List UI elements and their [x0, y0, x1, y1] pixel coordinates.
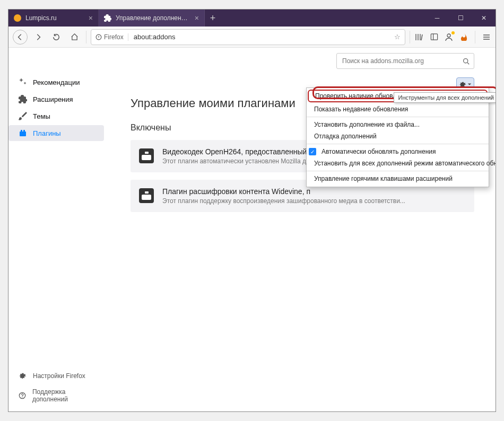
- tab-lumpics[interactable]: Lumpics.ru ×: [8, 10, 99, 27]
- library-icon[interactable]: [414, 32, 424, 42]
- plugin-icon: [18, 128, 28, 138]
- svg-rect-1: [431, 34, 437, 40]
- sidebar: Рекомендации Расширения Темы Плагины: [8, 48, 104, 411]
- gear-icon: [18, 371, 28, 381]
- nav-bar: Firefox ☆: [8, 27, 496, 48]
- sidebar-item-label: Поддержка дополнений: [32, 388, 99, 403]
- main-pane: Управление моими плагинами Включены Виде…: [104, 48, 496, 411]
- sidebar-item-extensions[interactable]: Расширения: [8, 91, 104, 107]
- svg-point-2: [447, 34, 450, 37]
- gear-tooltip: Инструменты для всех дополнений: [394, 92, 496, 103]
- menu-item-set-auto-all[interactable]: Установить для всех дополнений режим авт…: [307, 157, 489, 169]
- sidebar-item-label: Темы: [33, 112, 50, 120]
- menu-icon[interactable]: [482, 32, 491, 42]
- plugin-title: Плагин расшифровки контента Widevine, п: [162, 187, 466, 196]
- svg-rect-4: [21, 130, 22, 131]
- title-bar: Lumpics.ru × Управление дополнениями × +…: [8, 10, 496, 27]
- sidebar-item-support[interactable]: Поддержка дополнений: [8, 385, 104, 406]
- close-icon[interactable]: ×: [195, 14, 199, 22]
- sidebar-item-label: Рекомендации: [33, 78, 80, 86]
- site-identity[interactable]: Firefox: [95, 33, 128, 41]
- help-icon: [18, 391, 27, 400]
- sidebar-item-plugins[interactable]: Плагины: [8, 125, 104, 141]
- tab-label: Lumpics.ru: [25, 14, 84, 22]
- home-button[interactable]: [67, 30, 82, 45]
- plugin-icon: [139, 188, 154, 203]
- plugin-description: Этот плагин поддержку воспроизведения за…: [162, 197, 466, 205]
- sidebar-item-settings[interactable]: Настройки Firefox: [8, 368, 104, 384]
- search-input[interactable]: [341, 57, 463, 65]
- sidebar-item-themes[interactable]: Темы: [8, 108, 104, 124]
- identity-label: Firefox: [104, 33, 124, 41]
- maximize-button[interactable]: ☐: [449, 10, 472, 27]
- new-tab-button[interactable]: +: [205, 10, 221, 27]
- brush-icon: [18, 111, 28, 121]
- puzzle-icon: [104, 14, 111, 22]
- menu-item-show-recent[interactable]: Показать недавние обновления: [307, 103, 489, 115]
- chevron-down-icon: [467, 82, 472, 86]
- forward-button[interactable]: [31, 30, 46, 45]
- menu-item-install-from-file[interactable]: Установить дополнение из файла...: [307, 119, 489, 130]
- puzzle-icon: [18, 94, 28, 104]
- tab-addons[interactable]: Управление дополнениями ×: [99, 10, 205, 27]
- account-icon[interactable]: [444, 32, 454, 42]
- sidebar-item-label: Настройки Firefox: [33, 372, 85, 380]
- favicon-lumpics: [14, 14, 21, 22]
- sparkle-icon: [18, 77, 28, 87]
- close-button[interactable]: ✕: [472, 10, 496, 27]
- reload-button[interactable]: [49, 30, 64, 45]
- bookmark-star-icon[interactable]: ☆: [394, 33, 401, 41]
- sidebar-icon[interactable]: [429, 32, 439, 42]
- svg-rect-5: [23, 130, 25, 131]
- url-input[interactable]: [133, 32, 390, 41]
- sidebar-item-recommendations[interactable]: Рекомендации: [8, 74, 104, 90]
- close-icon[interactable]: ×: [89, 14, 93, 22]
- menu-item-debug[interactable]: Отладка дополнений: [307, 130, 489, 142]
- menu-item-auto-update[interactable]: Автоматически обновлять дополнения: [307, 146, 489, 157]
- tab-label: Управление дополнениями: [116, 14, 190, 22]
- app-window: Lumpics.ru × Управление дополнениями × +…: [8, 9, 496, 412]
- minimize-button[interactable]: ─: [425, 10, 449, 27]
- sidebar-item-label: Расширения: [33, 95, 73, 103]
- fire-icon[interactable]: [459, 32, 468, 42]
- plugin-icon: [139, 148, 154, 163]
- back-button[interactable]: [13, 30, 28, 45]
- svg-rect-3: [20, 131, 26, 136]
- menu-item-manage-shortcuts[interactable]: Управление горячими клавишами расширений: [307, 173, 489, 185]
- svg-point-7: [464, 58, 468, 63]
- addons-search[interactable]: [336, 53, 474, 69]
- search-icon[interactable]: [463, 58, 470, 65]
- sidebar-item-label: Плагины: [33, 129, 61, 137]
- url-bar[interactable]: Firefox ☆: [91, 29, 405, 45]
